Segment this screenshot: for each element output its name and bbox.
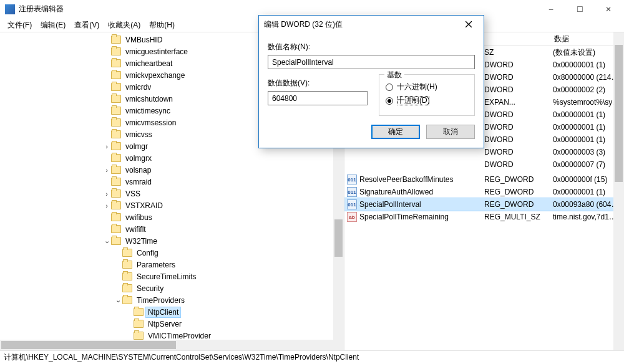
value-type: DWORD bbox=[484, 160, 553, 169]
window-minimize-button[interactable]: – bbox=[537, 0, 565, 19]
folder-icon bbox=[122, 261, 132, 269]
tree-item-label: VMBusHID bbox=[124, 35, 164, 45]
tree-item[interactable]: ›VSS bbox=[0, 188, 344, 199]
value-name-input[interactable] bbox=[268, 55, 475, 69]
tree-item-label: volmgr bbox=[124, 141, 150, 151]
folder-icon bbox=[111, 130, 121, 138]
folder-icon bbox=[111, 201, 121, 209]
folder-icon bbox=[111, 225, 121, 233]
value-data-input[interactable] bbox=[268, 91, 368, 105]
tree-item[interactable]: NtpClient bbox=[0, 306, 344, 318]
folder-icon bbox=[122, 272, 132, 280]
tree-item-label: vmicguestinterface bbox=[124, 47, 190, 57]
tree-item-label: vmicshutdown bbox=[124, 94, 175, 104]
value-name: SpecialPollInterval bbox=[359, 200, 484, 209]
tree-item[interactable]: ›VSTXRAID bbox=[0, 199, 344, 211]
folder-icon bbox=[122, 249, 132, 257]
tree-item-label: vwifibus bbox=[124, 213, 154, 223]
expand-icon[interactable]: › bbox=[102, 143, 111, 150]
value-type: DWORD bbox=[484, 110, 553, 119]
value-type: DWORD bbox=[484, 123, 553, 132]
expand-icon[interactable]: › bbox=[102, 190, 111, 198]
folder-icon bbox=[111, 189, 121, 198]
value-name-label: 数值名称(N): bbox=[268, 42, 475, 52]
value-row[interactable]: 011SignatureAuthAllowedREG_DWORD0x000000… bbox=[344, 186, 624, 198]
dialog-title: 编辑 DWORD (32 位)值 bbox=[264, 19, 456, 30]
reg-binary-icon: 011 bbox=[347, 187, 357, 197]
tree-item[interactable]: Config bbox=[0, 247, 344, 259]
tree-item[interactable]: vsmraid bbox=[0, 176, 344, 188]
tree-item[interactable]: SecureTimeLimits bbox=[0, 271, 344, 282]
value-type: REG_DWORD bbox=[484, 200, 553, 209]
expand-icon[interactable]: › bbox=[102, 202, 111, 209]
value-type: DWORD bbox=[484, 148, 553, 156]
folder-icon bbox=[122, 284, 132, 292]
tree-item-label: SecureTimeLimits bbox=[135, 272, 198, 282]
ok-button[interactable]: 确定 bbox=[371, 125, 420, 139]
expand-icon[interactable]: › bbox=[102, 166, 111, 174]
folder-icon bbox=[134, 332, 144, 340]
menu-file[interactable]: 文件(F) bbox=[4, 19, 36, 32]
tree-item-label: Parameters bbox=[135, 260, 177, 270]
value-row[interactable]: 011SpecialPollIntervalREG_DWORD0x00093a8… bbox=[344, 198, 624, 211]
tree-item-label: volmgrx bbox=[124, 153, 154, 163]
tree-item[interactable]: ⌄W32Time bbox=[0, 235, 344, 247]
folder-icon bbox=[111, 154, 121, 162]
tree-item-label: VSS bbox=[124, 189, 142, 199]
tree-item[interactable]: vwififlt bbox=[0, 223, 344, 235]
menu-view[interactable]: 查看(V) bbox=[71, 19, 103, 32]
tree-item-label: Security bbox=[135, 284, 165, 294]
folder-icon bbox=[111, 107, 121, 115]
values-vertical-scrollbar[interactable] bbox=[613, 32, 624, 350]
tree-item-label: Config bbox=[135, 248, 160, 258]
tree-item[interactable]: NtpServer bbox=[0, 318, 344, 330]
folder-icon bbox=[111, 47, 121, 55]
window-maximize-button[interactable]: ☐ bbox=[565, 0, 594, 19]
dialog-close-button[interactable] bbox=[456, 17, 481, 32]
radio-dec-indicator bbox=[386, 97, 393, 105]
tree-item-label: vmicheartbeat bbox=[124, 59, 174, 69]
window-close-button[interactable]: ✕ bbox=[594, 0, 623, 19]
edit-dword-dialog: 编辑 DWORD (32 位)值 数值名称(N): 数值数据(V): 基数 十六… bbox=[258, 15, 484, 148]
radio-dec[interactable]: 十进制(D) bbox=[386, 95, 468, 106]
tree-item-label: vmictimesync bbox=[124, 106, 172, 116]
radio-hex-indicator bbox=[386, 84, 393, 91]
value-type: SZ bbox=[484, 48, 553, 57]
radio-hex[interactable]: 十六进制(H) bbox=[386, 82, 468, 92]
tree-item[interactable]: Security bbox=[0, 282, 344, 294]
tree-item[interactable]: ›volsnap bbox=[0, 164, 344, 176]
folder-icon bbox=[134, 320, 144, 328]
tree-item[interactable]: ⌄TimeProviders bbox=[0, 294, 344, 306]
value-type: REG_MULTI_SZ bbox=[484, 213, 553, 221]
tree-item-label: vwififlt bbox=[124, 224, 148, 234]
menu-edit[interactable]: 编辑(E) bbox=[37, 19, 69, 32]
value-data-label: 数值数据(V): bbox=[268, 78, 368, 89]
tree-item-label: vsmraid bbox=[124, 177, 154, 187]
folder-icon bbox=[111, 166, 121, 174]
menu-help[interactable]: 帮助(H) bbox=[145, 19, 178, 32]
collapse-icon[interactable]: ⌄ bbox=[114, 296, 122, 304]
value-type: DWORD bbox=[484, 60, 553, 69]
window-title: 注册表编辑器 bbox=[19, 4, 64, 14]
tree-item-label: TimeProviders bbox=[135, 295, 187, 305]
cancel-button[interactable]: 取消 bbox=[426, 125, 475, 139]
value-row[interactable]: 011ResolvePeerBackoffMinutesREG_DWORD0x0… bbox=[344, 173, 624, 186]
value-row[interactable]: 011DWORD0x00000007 (7) bbox=[344, 158, 624, 171]
reg-string-icon: ab bbox=[347, 212, 357, 222]
value-type: DWORD bbox=[484, 85, 553, 94]
tree-item[interactable]: volmgrx bbox=[0, 152, 344, 164]
folder-icon bbox=[111, 213, 121, 221]
dialog-titlebar[interactable]: 编辑 DWORD (32 位)值 bbox=[259, 16, 484, 33]
folder-icon bbox=[111, 83, 121, 91]
menu-favorites[interactable]: 收藏夹(A) bbox=[104, 19, 144, 32]
tree-item[interactable]: vwifibus bbox=[0, 211, 344, 223]
value-name: SpecialPollTimeRemaining bbox=[359, 213, 484, 221]
folder-icon bbox=[111, 36, 121, 44]
tree-item[interactable]: Parameters bbox=[0, 259, 344, 271]
value-name: ResolvePeerBackoffMinutes bbox=[359, 175, 484, 184]
value-row[interactable]: abSpecialPollTimeRemainingREG_MULTI_SZti… bbox=[344, 211, 624, 223]
tree-item-label: VSTXRAID bbox=[124, 201, 165, 211]
tree-horizontal-scrollbar[interactable] bbox=[0, 340, 333, 350]
collapse-icon[interactable]: ⌄ bbox=[102, 237, 111, 245]
tree-item-label: W32Time bbox=[124, 236, 159, 246]
